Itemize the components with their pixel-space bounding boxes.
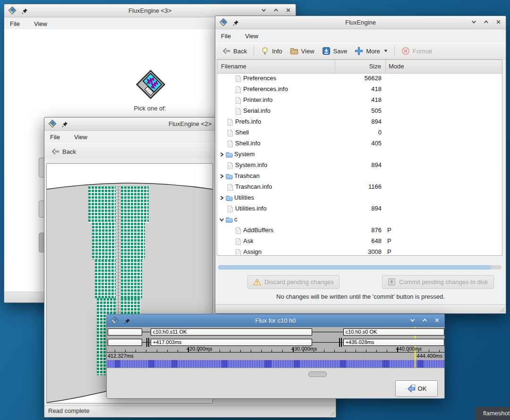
chevron-right-icon[interactable] [219, 174, 224, 179]
file-icon [235, 97, 242, 104]
file-icon [235, 249, 242, 255]
minimize-button[interactable] [261, 7, 267, 13]
minor-tick [334, 350, 335, 352]
save-button[interactable]: Save [318, 44, 351, 58]
connector-line [312, 332, 343, 332]
file-name: c [234, 216, 238, 223]
commit-changes-button[interactable]: Commit pending changes to disk [382, 275, 494, 289]
table-row[interactable]: c [217, 214, 502, 225]
menu-item-view[interactable]: View [74, 134, 87, 141]
maximize-button[interactable] [483, 19, 489, 25]
titlebar[interactable]: Flux for c10 h0 [107, 314, 444, 328]
commit-disk-icon [388, 278, 396, 286]
table-row[interactable]: Trashcan [217, 171, 502, 182]
minimize-button[interactable] [409, 317, 416, 323]
info-icon [261, 47, 269, 55]
file-icon [227, 205, 234, 213]
flux-plot[interactable]: c10.h0.s11 OKc10.h0.s0 OK+417.003ms+435.… [107, 327, 444, 368]
table-row[interactable]: Trashcan.info1166 [217, 182, 502, 193]
table-row[interactable]: Preferences56628 [217, 73, 502, 84]
close-button[interactable] [434, 317, 440, 323]
minor-tick [272, 350, 272, 352]
table-row[interactable]: Ask648P [217, 236, 502, 247]
back-button[interactable]: Back [47, 145, 80, 158]
table-row[interactable]: Preferences.info418 [217, 84, 502, 95]
file-name: Utilities [234, 194, 254, 201]
minor-tick [376, 350, 377, 352]
table-row[interactable]: Utilities.info894 [217, 203, 502, 214]
close-button[interactable] [495, 19, 502, 25]
minor-tick [429, 350, 429, 352]
disk-sector-blocks [121, 186, 149, 223]
table-row[interactable]: System [217, 149, 502, 160]
file-size: 505 [335, 107, 382, 114]
table-row[interactable]: System.info894 [217, 160, 502, 171]
view-button[interactable]: View [286, 44, 318, 58]
minor-tick [387, 350, 387, 352]
file-name: Trashcan [234, 172, 260, 179]
dense-flux-region [294, 360, 300, 368]
save-icon [322, 47, 331, 55]
menu-item-file[interactable]: File [221, 33, 231, 40]
menu-item-file[interactable]: File [10, 20, 20, 27]
file-name: Ask [243, 237, 254, 244]
table-row[interactable]: Prefs.info894 [217, 117, 502, 127]
menubar: FileView [215, 29, 506, 42]
maximize-button[interactable] [422, 317, 428, 323]
dense-flux-region [382, 360, 389, 368]
file-name: Trashcan.info [235, 183, 272, 190]
tool-label: View [301, 48, 314, 55]
chevron-down-icon[interactable] [219, 217, 224, 222]
file-icon [227, 184, 234, 191]
timing-mark [341, 338, 342, 347]
horizontal-scrollbar[interactable] [218, 265, 502, 269]
scrollbar-thumb[interactable] [308, 371, 327, 377]
minor-tick [125, 350, 126, 352]
file-icon [235, 108, 242, 115]
timing-box [108, 339, 142, 346]
discard-changes-button[interactable]: Discard pending changes [247, 275, 340, 289]
sector-box: c10.h0.s11 OK [151, 328, 312, 336]
file-name: Preferences [243, 75, 276, 82]
menu-item-view[interactable]: View [245, 33, 258, 40]
table-row[interactable]: Utilities [217, 193, 502, 203]
maximize-button[interactable] [273, 7, 279, 13]
close-button[interactable] [285, 7, 291, 13]
table-row[interactable]: Shell0 [217, 127, 502, 138]
file-name: Printer.info [243, 96, 272, 103]
resize-grip-icon[interactable] [329, 411, 335, 416]
file-icon [227, 162, 234, 169]
file-icon [235, 75, 242, 83]
table-header[interactable]: Filename Size Mode [217, 60, 502, 74]
menu-item-view[interactable]: View [34, 20, 47, 27]
chevron-right-icon[interactable] [219, 195, 224, 201]
table-row[interactable]: Printer.info418 [217, 95, 502, 106]
dropdown-arrow-icon[interactable] [384, 50, 388, 52]
back-button[interactable]: Back [218, 44, 251, 58]
menu-item-file[interactable]: File [50, 134, 60, 141]
column-header-mode[interactable]: Mode [386, 60, 502, 73]
disk-sector-blocks [92, 223, 116, 260]
minor-tick [167, 350, 168, 352]
minor-tick [356, 350, 356, 352]
more-button[interactable]: More [351, 44, 391, 58]
axis-tick-label: 430.000ms [291, 346, 317, 352]
folder-icon [226, 216, 233, 224]
scrollbar-thumb[interactable] [218, 265, 491, 269]
table-row[interactable]: Serial.info505 [217, 106, 502, 117]
disk-sector-blocks [121, 260, 142, 298]
table-row[interactable]: Assign3008P [217, 247, 502, 255]
titlebar[interactable]: FluxEngine [215, 16, 506, 29]
minor-tick [220, 350, 220, 352]
resize-grip-icon[interactable] [499, 307, 505, 312]
minor-tick [366, 350, 366, 352]
chevron-right-icon[interactable] [219, 152, 224, 157]
ok-button[interactable]: OK [395, 380, 438, 397]
minimize-button[interactable] [471, 19, 477, 25]
column-header-filename[interactable]: Filename [217, 60, 335, 73]
table-row[interactable]: AddBuffers876P [217, 225, 502, 236]
window-title: Flux for c10 h0 [107, 314, 444, 327]
table-row[interactable]: Shell.info405 [217, 138, 502, 149]
column-header-size[interactable]: Size [335, 60, 386, 73]
info-button[interactable]: Info [257, 44, 286, 58]
